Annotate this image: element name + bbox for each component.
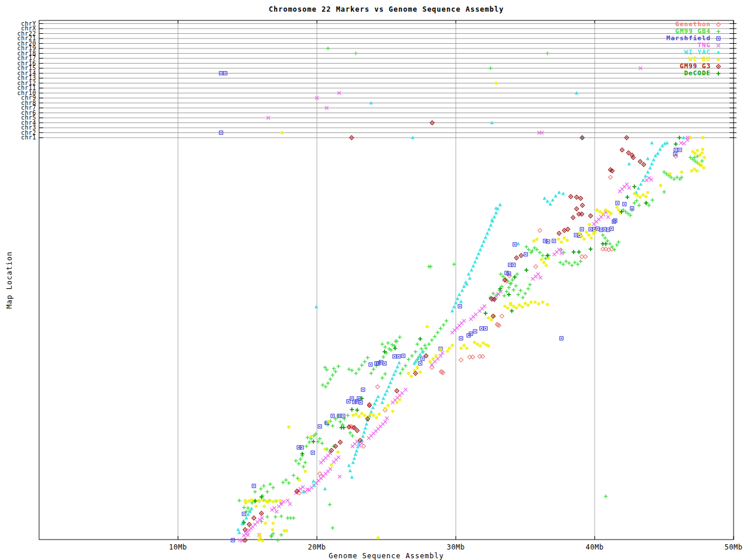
series-points-gm99-g3 [243, 121, 646, 542]
legend-label-gm99-g3: GM99 G3 [617, 63, 711, 69]
x-tick-label: 50Mb [720, 543, 747, 551]
x-tick-label: 40Mb [581, 543, 609, 551]
chart-canvas: Chromosome 22 Markers vs Genome Sequence… [0, 0, 747, 560]
legend [717, 23, 721, 76]
series-points-decode [242, 136, 682, 525]
legend-label-gm99-gb4: GM99 GB4 [617, 28, 711, 34]
chart-title: Chromosome 22 Markers vs Genome Sequence… [39, 5, 734, 13]
x-tick-label: 30Mb [442, 543, 470, 551]
legend-label-wi-yac: WI YAC [617, 49, 711, 55]
legend-label-wi-rh: WI RH [617, 56, 711, 62]
y-axis-label: Map Location [5, 248, 13, 312]
legend-label-decode: DeCODE [617, 70, 711, 76]
x-tick-label: 10Mb [164, 543, 192, 551]
legend-label-marshfield: Marshfield [617, 35, 711, 41]
x-axis-label: Genome Sequence Assembly [39, 552, 734, 560]
legend-label-tng: TNG [617, 42, 711, 48]
chromosome-label-chr1: chr1 [2, 135, 36, 141]
x-tick-label: 20Mb [303, 543, 331, 551]
legend-label-genethon: Genethon [617, 21, 711, 27]
scatter-plot [0, 0, 747, 560]
series-points-gm99-gb4 [238, 47, 704, 542]
series-points-marshfield [219, 72, 682, 542]
series-points-wi-rh [243, 82, 706, 543]
